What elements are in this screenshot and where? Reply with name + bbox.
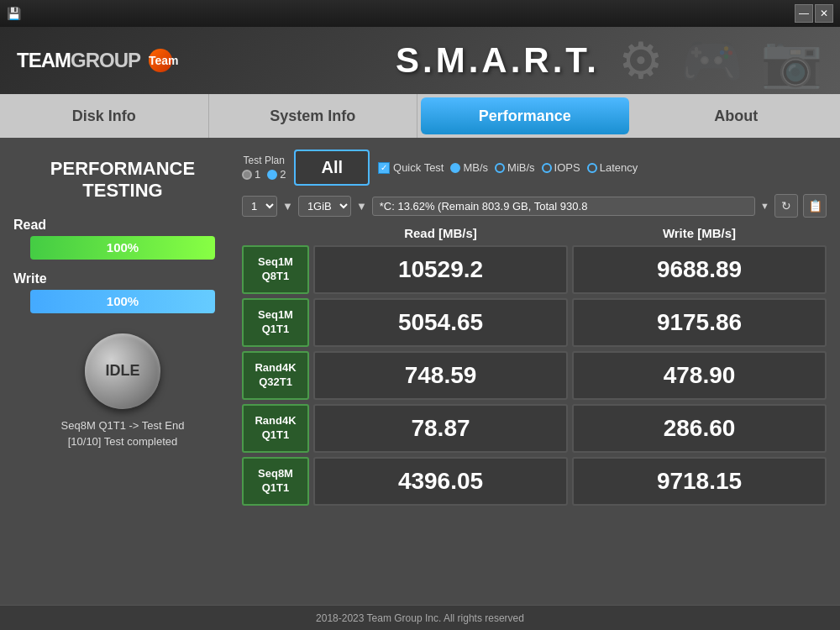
result-read-0: 10529.2 xyxy=(313,245,568,294)
title-bar: 💾 — ✕ xyxy=(0,0,840,27)
test-plan-2[interactable]: 2 xyxy=(267,168,286,181)
write-pct: 100% xyxy=(107,294,139,308)
result-row: Seq1MQ8T1 10529.2 9688.89 xyxy=(242,245,827,294)
perf-testing-title: PERFORMANCE TESTING xyxy=(50,158,195,202)
latency-option[interactable]: Latency xyxy=(587,161,638,174)
tab-system-info[interactable]: System Info xyxy=(209,94,418,138)
read-meter: 100% xyxy=(30,236,215,260)
controls-row: Test Plan 1 2 All xyxy=(242,150,827,186)
minimize-button[interactable]: — xyxy=(795,4,813,23)
result-row: Rand4KQ1T1 78.87 286.60 xyxy=(242,404,827,453)
title-bar-left: 💾 xyxy=(7,7,21,20)
result-row: Seq1MQ1T1 5054.65 9175.86 xyxy=(242,298,827,347)
test-plan-label: Test Plan xyxy=(244,155,285,166)
result-write-1: 9175.86 xyxy=(572,298,827,347)
right-panel: Test Plan 1 2 All xyxy=(242,150,827,593)
idle-label: IDLE xyxy=(105,362,139,380)
test-plan-2-label: 2 xyxy=(280,168,286,181)
status-text: Seq8M Q1T1 -> Test End [10/10] Test comp… xyxy=(61,417,185,450)
mbs-label: MB/s xyxy=(463,161,488,174)
result-label-3: Rand4KQ1T1 xyxy=(242,404,309,453)
test-plan-radios: 1 2 xyxy=(242,168,286,181)
read-header: Read [MB/s] xyxy=(313,226,568,240)
tab-system-info-label: System Info xyxy=(270,108,355,125)
tab-disk-info-label: Disk Info xyxy=(72,108,136,125)
result-read-3: 78.87 xyxy=(313,404,568,453)
write-label: Write xyxy=(13,271,47,286)
tab-about-label: About xyxy=(714,108,758,125)
controller-icon: 🎮 xyxy=(680,31,743,91)
write-meter: 100% xyxy=(30,290,215,313)
copy-button[interactable]: 📋 xyxy=(803,194,827,218)
logo-badge: Team xyxy=(149,49,172,72)
refresh-button[interactable]: ↻ xyxy=(774,194,798,218)
quick-test-option[interactable]: ✓ Quick Test xyxy=(378,161,444,174)
drive-row: 1 ▼ 1GiB ▼ *C: 13.62% (Remain 803.9 GB, … xyxy=(242,194,827,218)
write-bar: 100% xyxy=(30,290,215,313)
header-decorations: ⚙ 🎮 📷 xyxy=(504,27,840,94)
app-header: TEAMGROUP Team S.M.A.R.T. ⚙ 🎮 📷 xyxy=(0,27,840,94)
result-read-2: 748.59 xyxy=(313,351,568,400)
test-plan-1[interactable]: 1 xyxy=(242,168,260,181)
result-row: Seq8MQ1T1 4396.05 9718.15 xyxy=(242,457,827,506)
left-panel: PERFORMANCE TESTING Read 100% Write 100%… xyxy=(13,150,232,593)
test-plan-section: Test Plan 1 2 xyxy=(242,155,286,181)
tab-performance-label: Performance xyxy=(479,108,571,125)
read-bar: 100% xyxy=(30,236,215,260)
radio-dot-2 xyxy=(267,170,277,180)
quick-test-checkbox[interactable]: ✓ xyxy=(378,162,390,174)
iops-label: IOPS xyxy=(554,161,580,174)
content-row: PERFORMANCE TESTING Read 100% Write 100%… xyxy=(13,150,827,593)
copyright-text: 2018-2023 Team Group Inc. All rights res… xyxy=(316,612,524,624)
tab-about[interactable]: About xyxy=(633,94,841,138)
result-write-3: 286.60 xyxy=(572,404,827,453)
mibs-radio[interactable] xyxy=(495,163,505,173)
header-logo: TEAMGROUP Team xyxy=(17,49,172,72)
nav-tabs: Disk Info System Info Performance About xyxy=(0,94,840,138)
result-write-2: 478.90 xyxy=(572,351,827,400)
result-label-1: Seq1MQ1T1 xyxy=(242,298,309,347)
radio-dot-1 xyxy=(242,170,252,180)
drive-info: *C: 13.62% (Remain 803.9 GB, Total 930.8 xyxy=(372,197,755,216)
result-row: Rand4KQ32T1 748.59 478.90 xyxy=(242,351,827,400)
result-read-1: 5054.65 xyxy=(313,298,568,347)
options-section: ✓ Quick Test MB/s MiB/s IOPS xyxy=(378,161,638,174)
close-button[interactable]: ✕ xyxy=(815,4,833,23)
iops-radio[interactable] xyxy=(542,163,552,173)
app-icon: 💾 xyxy=(7,7,21,20)
refresh-icon: ↻ xyxy=(781,199,791,213)
tab-disk-info[interactable]: Disk Info xyxy=(0,94,209,138)
logo-text: TEAMGROUP xyxy=(17,49,140,72)
mibs-option[interactable]: MiB/s xyxy=(495,161,535,174)
test-plan-1-label: 1 xyxy=(255,168,260,181)
queue-select[interactable]: 1 xyxy=(242,196,277,217)
idle-button[interactable]: IDLE xyxy=(85,333,160,409)
result-write-0: 9688.89 xyxy=(572,245,827,294)
iops-option[interactable]: IOPS xyxy=(542,161,580,174)
footer: 2018-2023 Team Group Inc. All rights res… xyxy=(0,605,840,630)
results-table: Seq1MQ8T1 10529.2 9688.89 Seq1MQ1T1 5054… xyxy=(242,245,827,593)
camera-icon: 📷 xyxy=(760,31,823,91)
mbs-radio[interactable] xyxy=(450,163,460,173)
status-line2: [10/10] Test completed xyxy=(61,433,185,450)
result-write-4: 9718.15 xyxy=(572,457,827,506)
results-header: Read [MB/s] Write [MB/s] xyxy=(242,226,827,240)
all-button[interactable]: All xyxy=(294,150,370,186)
quick-test-label: Quick Test xyxy=(393,161,444,174)
tab-performance[interactable]: Performance xyxy=(421,97,629,134)
main-content: PERFORMANCE TESTING Read 100% Write 100%… xyxy=(0,138,840,605)
header-spacer xyxy=(242,226,309,240)
latency-radio[interactable] xyxy=(587,163,597,173)
write-header: Write [MB/s] xyxy=(572,226,827,240)
size-select[interactable]: 1GiB xyxy=(298,196,351,217)
size-arrow-icon: ▼ xyxy=(356,200,367,213)
copy-icon: 📋 xyxy=(808,199,822,213)
latency-label: Latency xyxy=(600,161,638,174)
result-read-4: 4396.05 xyxy=(313,457,568,506)
read-label: Read xyxy=(13,218,46,233)
result-label-0: Seq1MQ8T1 xyxy=(242,245,309,294)
result-label-2: Rand4KQ32T1 xyxy=(242,351,309,400)
mbs-option[interactable]: MB/s xyxy=(450,161,488,174)
title-bar-controls: — ✕ xyxy=(795,4,833,23)
drive-arrow-icon: ▼ xyxy=(760,201,769,211)
